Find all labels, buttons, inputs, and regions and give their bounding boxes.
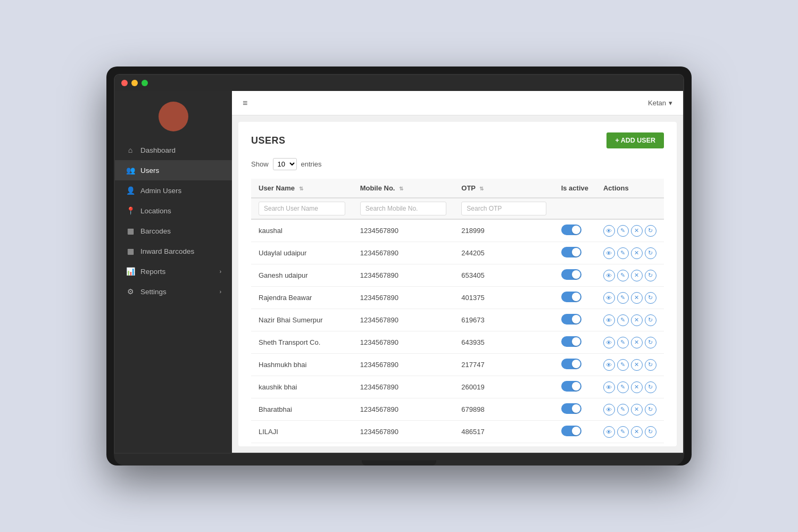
active-toggle[interactable] — [561, 381, 581, 392]
edit-icon[interactable]: ✎ — [617, 381, 629, 393]
refresh-icon[interactable]: ↻ — [645, 270, 656, 281]
inward-barcodes-icon: ▦ — [126, 247, 135, 255]
search-otp-input[interactable] — [461, 202, 546, 215]
sidebar-item-locations[interactable]: 📍 Locations — [115, 201, 232, 221]
cell-username: Ganesh udaipur — [251, 264, 353, 287]
delete-icon[interactable]: ✕ — [631, 426, 643, 438]
active-toggle[interactable] — [561, 247, 581, 257]
cell-is-active — [554, 264, 596, 287]
view-icon[interactable]: 👁 — [603, 337, 615, 348]
action-icons-group: 👁 ✎ ✕ ↻ — [603, 292, 656, 304]
cell-mobile: 1234567890 — [353, 331, 454, 354]
view-icon[interactable]: 👁 — [603, 292, 615, 304]
refresh-icon[interactable]: ↻ — [645, 426, 656, 438]
refresh-icon[interactable]: ↻ — [645, 404, 656, 415]
table-row: Hashmukh bhai 1234567890 217747 👁 ✎ ✕ ↻ — [251, 354, 664, 376]
cell-mobile: 1234567890 — [353, 309, 454, 331]
edit-icon[interactable]: ✎ — [617, 314, 629, 326]
col-mobile: Mobile No. ⇅ — [353, 179, 454, 198]
sidebar-item-admin-users[interactable]: 👤 Admin Users — [115, 180, 232, 201]
delete-icon[interactable]: ✕ — [631, 381, 643, 393]
search-mobile-input[interactable] — [360, 202, 447, 215]
settings-chevron: › — [220, 289, 221, 295]
active-toggle[interactable] — [561, 269, 581, 280]
view-icon[interactable]: 👁 — [603, 270, 615, 281]
cell-otp: 486517 — [454, 421, 553, 443]
active-toggle[interactable] — [561, 292, 581, 302]
delete-icon[interactable]: ✕ — [631, 270, 643, 281]
cell-username: Bharatbhai — [251, 398, 353, 421]
refresh-icon[interactable]: ↻ — [645, 292, 656, 304]
edit-icon[interactable]: ✎ — [617, 404, 629, 415]
cell-is-active — [554, 398, 596, 421]
cell-otp: 619673 — [454, 309, 553, 331]
sidebar-item-reports[interactable]: 📊 Reports › — [115, 261, 232, 281]
view-icon[interactable]: 👁 — [603, 381, 615, 393]
active-toggle[interactable] — [561, 359, 581, 369]
active-toggle[interactable] — [561, 336, 581, 347]
refresh-icon[interactable]: ↻ — [645, 359, 656, 371]
sidebar-label-settings: Settings — [140, 288, 167, 296]
refresh-icon[interactable]: ↻ — [645, 225, 656, 237]
table-row: Bharatbhai 1234567890 679898 👁 ✎ ✕ ↻ — [251, 398, 664, 421]
active-toggle[interactable] — [561, 426, 581, 436]
active-toggle[interactable] — [561, 225, 581, 235]
edit-icon[interactable]: ✎ — [617, 426, 629, 438]
sidebar: ⌂ Dashboard 👥 Users 👤 Admin Users 📍 Loca… — [115, 91, 232, 453]
sort-icon-otp: ⇅ — [479, 186, 484, 192]
pagination-row: Showing 1 to 10 of 14 entries Previous 1… — [251, 443, 664, 446]
edit-icon[interactable]: ✎ — [617, 359, 629, 371]
cell-actions: 👁 ✎ ✕ ↻ — [596, 287, 664, 309]
active-toggle[interactable] — [561, 403, 581, 414]
view-icon[interactable]: 👁 — [603, 247, 615, 259]
table-row: Nazir Bhai Sumerpur 1234567890 619673 👁 … — [251, 309, 664, 331]
sidebar-item-dashboard[interactable]: ⌂ Dashboard — [115, 140, 232, 160]
add-user-button[interactable]: + ADD USER — [606, 132, 664, 148]
delete-icon[interactable]: ✕ — [631, 292, 643, 304]
search-otp-cell — [454, 198, 553, 219]
view-icon[interactable]: 👁 — [603, 314, 615, 326]
laptop-screen: ⌂ Dashboard 👥 Users 👤 Admin Users 📍 Loca… — [114, 74, 684, 454]
sidebar-item-inward-barcodes[interactable]: ▦ Inward Barcodes — [115, 241, 232, 261]
sidebar-item-users[interactable]: 👥 Users — [115, 160, 232, 180]
sidebar-item-settings[interactable]: ⚙ Settings › — [115, 281, 232, 302]
delete-icon[interactable]: ✕ — [631, 359, 643, 371]
refresh-icon[interactable]: ↻ — [645, 247, 656, 259]
cell-otp: 643935 — [454, 331, 553, 354]
view-icon[interactable]: 👁 — [603, 404, 615, 415]
edit-icon[interactable]: ✎ — [617, 247, 629, 259]
refresh-icon[interactable]: ↻ — [645, 381, 656, 393]
cell-actions: 👁 ✎ ✕ ↻ — [596, 354, 664, 376]
laptop-frame: ⌂ Dashboard 👥 Users 👤 Admin Users 📍 Loca… — [106, 66, 692, 466]
dot-red — [121, 80, 128, 86]
edit-icon[interactable]: ✎ — [617, 270, 629, 281]
view-icon[interactable]: 👁 — [603, 426, 615, 438]
view-icon[interactable]: 👁 — [603, 359, 615, 371]
edit-icon[interactable]: ✎ — [617, 337, 629, 348]
edit-icon[interactable]: ✎ — [617, 292, 629, 304]
active-toggle[interactable] — [561, 314, 581, 325]
search-username-input[interactable] — [259, 202, 345, 215]
topbar-user[interactable]: Ketan ▾ — [648, 99, 672, 107]
delete-icon[interactable]: ✕ — [631, 314, 643, 326]
delete-icon[interactable]: ✕ — [631, 225, 643, 237]
page-header: USERS + ADD USER — [251, 132, 664, 148]
cell-is-active — [554, 376, 596, 398]
sidebar-item-barcodes[interactable]: ▦ Barcodes — [115, 221, 232, 241]
view-icon[interactable]: 👁 — [603, 225, 615, 237]
cell-actions: 👁 ✎ ✕ ↻ — [596, 376, 664, 398]
action-icons-group: 👁 ✎ ✕ ↻ — [603, 404, 656, 415]
edit-icon[interactable]: ✎ — [617, 225, 629, 237]
action-icons-group: 👁 ✎ ✕ ↻ — [603, 247, 656, 259]
delete-icon[interactable]: ✕ — [631, 247, 643, 259]
delete-icon[interactable]: ✕ — [631, 404, 643, 415]
refresh-icon[interactable]: ↻ — [645, 314, 656, 326]
cell-username: Nazir Bhai Sumerpur — [251, 309, 353, 331]
cell-mobile: 1234567890 — [353, 376, 454, 398]
menu-icon[interactable]: ≡ — [243, 98, 247, 108]
delete-icon[interactable]: ✕ — [631, 337, 643, 348]
entries-select[interactable]: 10 25 50 — [273, 158, 297, 170]
col-username: User Name ⇅ — [251, 179, 353, 198]
action-icons-group: 👁 ✎ ✕ ↻ — [603, 337, 656, 348]
refresh-icon[interactable]: ↻ — [645, 337, 656, 348]
